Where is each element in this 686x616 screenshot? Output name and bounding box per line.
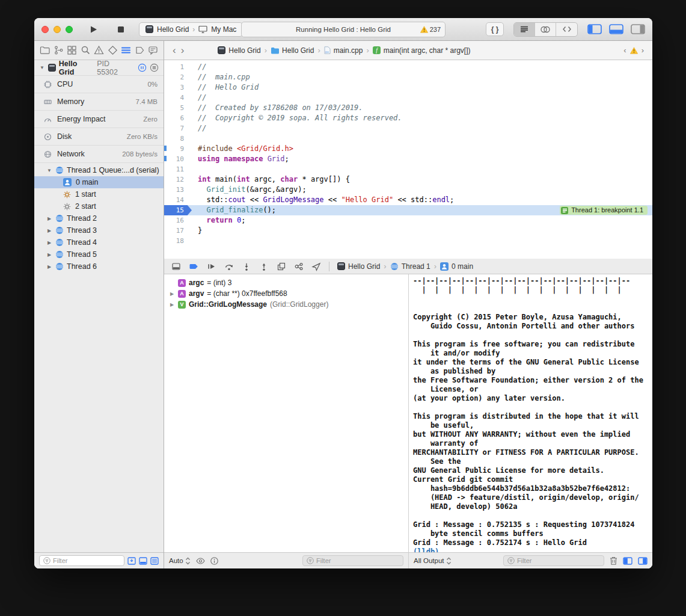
close-window-button[interactable] [41, 26, 49, 33]
toggle-inspector-button[interactable] [631, 24, 645, 34]
previous-issue-button[interactable]: ‹ [621, 46, 628, 54]
toggle-debug-area-button[interactable] [609, 24, 623, 34]
code-line[interactable]: 7// [164, 123, 652, 134]
line-number[interactable]: 4 [164, 93, 192, 103]
lldb-prompt[interactable]: (lldb) [413, 547, 648, 552]
code-line[interactable]: 5// Created by s1786208 on 17/03/2019. [164, 103, 652, 113]
hide-debug-area-button[interactable] [171, 262, 181, 271]
memory-graph-button[interactable] [294, 262, 304, 271]
line-number[interactable]: 2 [164, 72, 192, 82]
disclosure-closed-icon[interactable]: ▶ [169, 291, 175, 297]
stack-frame-row[interactable]: 1 start [34, 188, 164, 200]
variables-filter-field[interactable] [302, 555, 403, 566]
show-stack-frames-button[interactable] [150, 557, 159, 565]
disclosure-closed-icon[interactable]: ▶ [46, 228, 52, 233]
variable-row[interactable]: ▶VGrid::GridLogMessage(Grid::GridLogger) [167, 299, 406, 310]
simulate-location-button[interactable] [311, 262, 321, 271]
code-line[interactable]: 18 [164, 236, 652, 246]
variable-row[interactable]: Aargc= (int) 3 [167, 277, 406, 288]
breakpoint-navigator-tab[interactable] [135, 45, 145, 55]
code-line[interactable]: 2// main.cpp [164, 72, 652, 82]
disclosure-closed-icon[interactable]: ▶ [169, 302, 175, 307]
forward-button[interactable]: › [179, 45, 187, 55]
navigator-filter-field[interactable] [39, 555, 124, 566]
stop-button[interactable] [114, 22, 128, 37]
line-number[interactable]: 12 [164, 174, 192, 185]
line-number[interactable]: 17 [164, 226, 192, 236]
thread-row[interactable]: ▼Thread 1 Queue:...d (serial) [34, 164, 164, 176]
thread-row[interactable]: ▶Thread 6 [34, 260, 164, 273]
console-filter-input[interactable] [517, 557, 600, 564]
breadcrumb-item[interactable]: Hello Grid [218, 46, 260, 55]
breakpoints-toggle-button[interactable] [189, 262, 199, 271]
gauge-row[interactable]: Network208 bytes/s [34, 146, 164, 163]
thread-row[interactable]: ▶Thread 2 [34, 212, 164, 224]
code-line[interactable]: 12int main(int argc, char * argv[]) { [164, 174, 652, 185]
show-variables-only-button[interactable] [623, 557, 632, 565]
disclosure-open-icon[interactable]: ▼ [46, 168, 52, 173]
line-number[interactable]: 1 [164, 62, 192, 72]
line-number[interactable]: 8 [164, 134, 192, 144]
gauge-row[interactable]: DiskZero KB/s [34, 128, 164, 146]
code-line[interactable]: 10using namespace Grid; [164, 154, 652, 164]
line-number[interactable]: 10 [164, 154, 192, 164]
variable-info-button[interactable] [210, 557, 218, 565]
show-crashed-threads-button[interactable] [127, 557, 136, 565]
code-line[interactable]: 9#include <Grid/Grid.h> [164, 144, 652, 154]
disclosure-closed-icon[interactable]: ▶ [46, 252, 52, 257]
line-number[interactable]: 13 [164, 185, 192, 195]
process-view-options-button[interactable] [150, 63, 159, 72]
show-running-blocks-button[interactable] [139, 557, 147, 565]
step-over-button[interactable] [224, 262, 234, 271]
code-line[interactable]: 17} [164, 226, 652, 236]
code-line[interactable]: 15 Grid_finalize();Thread 1: breakpoint … [164, 205, 652, 215]
stack-frame-row[interactable]: 0 main [34, 176, 164, 188]
version-editor-button[interactable] [556, 23, 577, 36]
line-number[interactable]: 9 [164, 144, 192, 154]
line-number[interactable]: 5 [164, 103, 192, 113]
gauge-row[interactable]: CPU0% [34, 76, 164, 93]
code-line[interactable]: 1// [164, 62, 652, 72]
disclosure-open-icon[interactable]: ▼ [39, 65, 45, 70]
code-line[interactable]: 11 [164, 164, 652, 174]
step-into-button[interactable] [242, 262, 251, 271]
minimize-window-button[interactable] [54, 26, 61, 33]
run-button[interactable] [86, 22, 100, 37]
standard-editor-button[interactable] [514, 23, 535, 36]
gauge-row[interactable]: Energy ImpactZero [34, 111, 164, 128]
continue-button[interactable] [207, 262, 216, 271]
debug-navigator-tab[interactable] [121, 45, 131, 55]
pause-process-button[interactable] [138, 63, 147, 72]
thread-row[interactable]: ▶Thread 4 [34, 236, 164, 248]
code-line[interactable]: 14 std::cout << GridLogMessage << "Hello… [164, 195, 652, 205]
code-line[interactable]: 8 [164, 134, 652, 144]
line-number[interactable]: 18 [164, 236, 192, 246]
symbol-navigator-tab[interactable] [67, 45, 77, 55]
report-navigator-tab[interactable] [148, 45, 158, 55]
scheme-selector[interactable]: Hello Grid › My Mac [139, 22, 243, 37]
assistant-editor-button[interactable] [535, 23, 556, 36]
code-line[interactable]: 6// Copyright © 2019 sopa. All rights re… [164, 113, 652, 123]
gauge-row[interactable]: Memory7.4 MB [34, 93, 164, 111]
variables-filter-input[interactable] [316, 557, 399, 564]
breadcrumb-item[interactable]: Thread 1 [390, 262, 430, 271]
test-navigator-tab[interactable] [108, 45, 118, 55]
breadcrumb-item[interactable]: 0 main [440, 262, 473, 271]
project-navigator-tab[interactable] [40, 45, 50, 55]
process-row[interactable]: ▼ Hello Grid PID 55302 [34, 60, 164, 76]
console-scope-popup[interactable]: All Output [414, 557, 452, 565]
breakpoint-annotation[interactable]: Thread 1: breakpoint 1.1 [560, 206, 648, 215]
step-out-button[interactable] [259, 262, 269, 271]
code-line[interactable]: 13 Grid_init(&argc,&argv); [164, 185, 652, 195]
zoom-window-button[interactable] [66, 26, 73, 33]
disclosure-closed-icon[interactable]: ▶ [46, 264, 52, 270]
line-number[interactable]: 7 [164, 123, 192, 134]
navigator-filter-input[interactable] [53, 557, 120, 564]
back-button[interactable]: ‹ [170, 45, 179, 55]
scheme-destination-label[interactable]: My Mac [211, 25, 236, 34]
source-editor[interactable]: 1//2// main.cpp3// Hello Grid4//5// Crea… [164, 60, 652, 259]
find-navigator-tab[interactable] [81, 45, 91, 55]
disclosure-closed-icon[interactable]: ▶ [46, 240, 52, 245]
quick-look-button[interactable] [196, 558, 205, 564]
line-number[interactable]: 6 [164, 113, 192, 123]
